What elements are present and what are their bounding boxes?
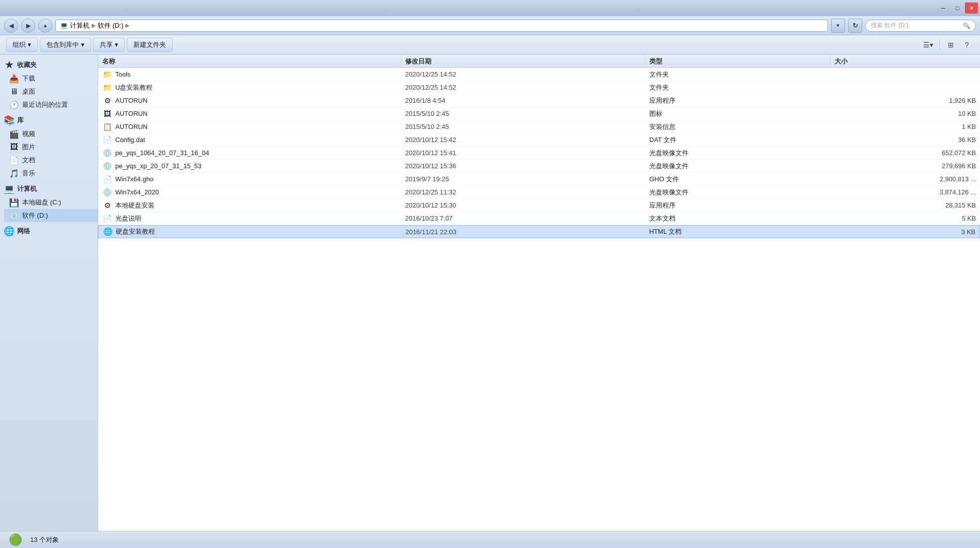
- file-date: 2020/10/12 15:30: [401, 201, 645, 209]
- file-icon: 🖼: [102, 109, 112, 118]
- table-row[interactable]: 🖼 AUTORUN 2015/5/10 2:45 图标 10 KB: [98, 107, 980, 120]
- table-row[interactable]: 🌐 硬盘安装教程 2016/11/21 22:03 HTML 文档 3 KB: [98, 225, 980, 238]
- desktop-icon: 🖥: [9, 87, 19, 97]
- search-box[interactable]: 搜索 软件 (D:) 🔍: [865, 20, 976, 32]
- sidebar-item-desktop[interactable]: 🖥 桌面: [4, 85, 98, 98]
- sidebar-item-software-d[interactable]: 💿 软件 (D:): [4, 209, 98, 222]
- file-name: Config.dat: [115, 136, 145, 144]
- sidebar-group-network[interactable]: 🌐 网络: [0, 224, 98, 238]
- file-name-cell: ⚙ 本地硬盘安装: [98, 201, 401, 210]
- sidebar-item-downloads[interactable]: 📥 下载: [4, 72, 98, 85]
- computer-label: 计算机: [70, 21, 90, 30]
- pictures-label: 图片: [22, 143, 35, 152]
- forward-button[interactable]: ▶: [21, 19, 35, 33]
- favorites-label: 收藏夹: [17, 60, 37, 70]
- share-button[interactable]: 共享 ▾: [93, 38, 125, 52]
- file-name-cell: 💿 pe_yqs_1064_20_07_31_16_04: [98, 149, 401, 158]
- back-button[interactable]: ◀: [4, 19, 18, 33]
- videos-icon: 🎬: [9, 129, 19, 139]
- help-button[interactable]: ?: [960, 38, 974, 52]
- table-row[interactable]: ⚙ 本地硬盘安装 2020/10/12 15:30 应用程序 28,315 KB: [98, 199, 980, 212]
- table-row[interactable]: 📁 Tools 2020/12/25 14:52 文件夹: [98, 68, 980, 81]
- file-name: U盘安装教程: [115, 83, 153, 92]
- file-list-body: 📁 Tools 2020/12/25 14:52 文件夹 📁 U盘安装教程 20…: [98, 68, 980, 531]
- table-row[interactable]: 📄 Config.dat 2020/10/12 15:42 DAT 文件 36 …: [98, 133, 980, 147]
- table-row[interactable]: 💿 Win7x64_2020 2020/12/25 11:32 光盘映像文件 3…: [98, 186, 980, 199]
- file-size: 36 KB: [831, 136, 980, 144]
- status-text: 13 个对象: [30, 535, 59, 544]
- sidebar-item-recent[interactable]: 🕐 最近访问的位置: [4, 98, 98, 111]
- desktop-label: 桌面: [22, 87, 35, 96]
- file-icon: ⚙: [102, 201, 112, 210]
- file-icon: 📄: [102, 175, 112, 184]
- table-row[interactable]: 📁 U盘安装教程 2020/12/25 14:52 文件夹: [98, 81, 980, 94]
- new-folder-label: 新建文件夹: [133, 40, 166, 49]
- file-type: 文件夹: [645, 83, 831, 92]
- table-row[interactable]: 📋 AUTORUN 2015/5/10 2:45 安装信息 1 KB: [98, 120, 980, 133]
- refresh-button[interactable]: ↻: [848, 19, 862, 33]
- dropdown-button[interactable]: ▾: [831, 19, 845, 33]
- sidebar-item-music[interactable]: 🎵 音乐: [4, 167, 98, 180]
- library-icon: 📚: [4, 115, 14, 125]
- path-sep-1: ▶: [92, 22, 96, 29]
- sidebar-group-favorites[interactable]: ★ 收藏夹: [0, 58, 98, 72]
- favorites-icon: ★: [4, 60, 14, 70]
- sidebar-group-library[interactable]: 📚 库: [0, 113, 98, 127]
- column-header-modified[interactable]: 修改日期: [401, 55, 645, 67]
- file-name-cell: 📁 U盘安装教程: [98, 83, 401, 92]
- sidebar: ★ 收藏夹 📥 下载 🖥 桌面 🕐 最近访问的位置: [0, 55, 98, 531]
- file-size: 279,696 KB: [831, 162, 980, 170]
- include-lib-button[interactable]: 包含到库中 ▾: [40, 38, 91, 52]
- table-row[interactable]: 📄 Win7x64.gho 2019/9/7 19:25 GHO 文件 2,90…: [98, 173, 980, 186]
- file-date: 2020/12/25 14:52: [401, 84, 645, 91]
- recent-label: 最近访问的位置: [22, 100, 68, 109]
- sidebar-item-local-c[interactable]: 💾 本地磁盘 (C:): [4, 196, 98, 209]
- organize-button[interactable]: 组织 ▾: [6, 38, 38, 52]
- column-header-size[interactable]: 大小: [831, 55, 980, 67]
- file-date: 2019/9/7 19:25: [401, 175, 645, 183]
- layout-view-button[interactable]: ⊞: [944, 38, 958, 52]
- view-dropdown-button[interactable]: ☰ ▾: [921, 38, 935, 52]
- file-size: 2,900,813 ...: [831, 175, 980, 183]
- file-date: 2020/10/12 15:42: [401, 136, 645, 144]
- up-button[interactable]: ▲: [38, 19, 52, 33]
- file-type: 光盘映像文件: [645, 149, 831, 158]
- file-size: 5 KB: [831, 215, 980, 222]
- minimize-button[interactable]: ─: [937, 3, 950, 14]
- status-app-icon: 🟢: [6, 533, 24, 547]
- file-name-cell: 📄 光盘说明: [98, 214, 401, 223]
- file-icon: ⚙: [102, 96, 112, 105]
- table-row[interactable]: 💿 pe_yqs_1064_20_07_31_16_04 2020/10/12 …: [98, 147, 980, 160]
- file-name: Tools: [115, 71, 130, 78]
- file-type: 安装信息: [645, 122, 831, 131]
- column-header-name[interactable]: 名称: [98, 55, 401, 67]
- file-icon: 📁: [102, 70, 112, 79]
- sidebar-item-documents[interactable]: 📄 文档: [4, 154, 98, 167]
- search-icon: 🔍: [963, 22, 970, 29]
- sidebar-section-favorites: ★ 收藏夹 📥 下载 🖥 桌面 🕐 最近访问的位置: [0, 58, 98, 111]
- file-name: AUTORUN: [115, 123, 147, 130]
- downloads-icon: 📥: [9, 74, 19, 84]
- file-type: 文本文档: [645, 214, 831, 223]
- table-row[interactable]: 📄 光盘说明 2016/10/23 7:07 文本文档 5 KB: [98, 212, 980, 225]
- close-button[interactable]: ✕: [965, 3, 978, 14]
- file-name: 硬盘安装教程: [116, 227, 155, 236]
- column-header-type[interactable]: 类型: [645, 55, 831, 67]
- file-icon: 🌐: [103, 227, 113, 236]
- table-row[interactable]: 💿 pe_yqs_xp_20_07_31_15_53 2020/10/12 15…: [98, 160, 980, 173]
- music-label: 音乐: [22, 169, 35, 178]
- path-sep-2: ▶: [125, 22, 129, 29]
- file-name-cell: 🌐 硬盘安装教程: [99, 227, 401, 236]
- address-path[interactable]: 💻 计算机 ▶ 软件 (D:) ▶: [55, 20, 828, 32]
- file-name: Win7x64_2020: [115, 188, 159, 196]
- sidebar-item-pictures[interactable]: 🖼 图片: [4, 141, 98, 154]
- new-folder-button[interactable]: 新建文件夹: [127, 38, 173, 52]
- file-size: 1,926 KB: [831, 97, 980, 104]
- computer-sidebar-icon: 💻: [4, 184, 14, 194]
- sidebar-item-videos[interactable]: 🎬 视频: [4, 127, 98, 141]
- file-type: 应用程序: [645, 96, 831, 105]
- table-row[interactable]: ⚙ AUTORUN 2016/1/8 4:54 应用程序 1,926 KB: [98, 94, 980, 107]
- maximize-button[interactable]: □: [951, 3, 964, 14]
- sidebar-group-computer[interactable]: 💻 计算机: [0, 182, 98, 196]
- view-dropdown-icon: ▾: [930, 41, 933, 49]
